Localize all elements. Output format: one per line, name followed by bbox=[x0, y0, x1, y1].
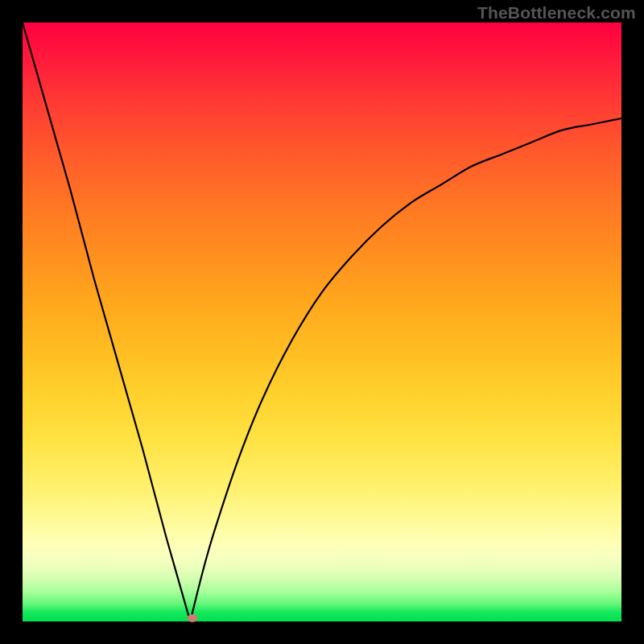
watermark-text: TheBottleneck.com bbox=[477, 3, 636, 23]
curve-svg bbox=[23, 23, 621, 621]
bottleneck-curve bbox=[23, 23, 621, 621]
minimum-marker bbox=[188, 614, 198, 622]
chart-frame: TheBottleneck.com bbox=[0, 0, 644, 644]
plot-area bbox=[23, 23, 621, 621]
